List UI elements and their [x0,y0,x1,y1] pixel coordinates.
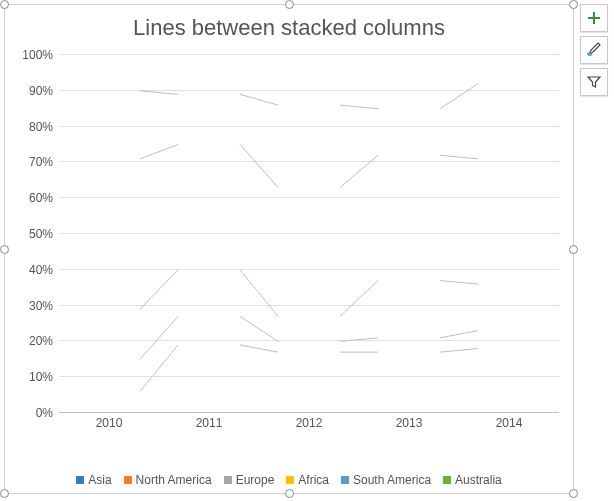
legend-swatch [443,476,451,484]
resize-handle-tr[interactable] [569,0,578,9]
legend-label: North America [136,473,212,487]
chart-float-buttons [580,4,608,96]
legend-swatch [341,476,349,484]
legend-label: Asia [88,473,111,487]
y-tick: 30% [15,299,53,313]
chart-filters-button[interactable] [580,68,608,96]
chart-title[interactable]: Lines between stacked columns [5,5,573,47]
y-tick: 10% [15,370,53,384]
legend-swatch [76,476,84,484]
legend-swatch [286,476,294,484]
legend-label: Africa [298,473,329,487]
plus-icon [586,10,602,26]
chart-object[interactable]: Lines between stacked columns 0%10%20%30… [4,4,574,494]
funnel-icon [586,74,602,90]
y-tick: 80% [15,120,53,134]
y-tick: 100% [15,48,53,62]
legend-item[interactable]: Africa [286,473,329,487]
y-axis: 0%10%20%30%40%50%60%70%80%90%100% [15,55,59,413]
x-tick: 2010 [59,413,159,433]
legend-label: South America [353,473,431,487]
y-tick: 70% [15,155,53,169]
chart-styles-button[interactable] [580,36,608,64]
resize-handle-tm[interactable] [285,0,294,9]
x-tick: 2011 [159,413,259,433]
x-tick: 2012 [259,413,359,433]
y-tick: 90% [15,84,53,98]
legend-label: Australia [455,473,502,487]
y-tick: 0% [15,406,53,420]
svg-point-20 [588,52,592,56]
legend-item[interactable]: Europe [224,473,275,487]
y-tick: 40% [15,263,53,277]
resize-handle-tl[interactable] [0,0,9,9]
resize-handle-br[interactable] [569,489,578,498]
y-tick: 20% [15,334,53,348]
legend-item[interactable]: Australia [443,473,502,487]
chart-elements-button[interactable] [580,4,608,32]
resize-handle-mr[interactable] [569,245,578,254]
y-tick: 60% [15,191,53,205]
x-axis: 20102011201220132014 [59,413,559,433]
x-tick: 2013 [359,413,459,433]
x-tick: 2014 [459,413,559,433]
paintbrush-icon [586,42,602,58]
legend-item[interactable]: Asia [76,473,111,487]
legend-swatch [224,476,232,484]
legend-item[interactable]: North America [124,473,212,487]
legend-label: Europe [236,473,275,487]
resize-handle-ml[interactable] [0,245,9,254]
resize-handle-bl[interactable] [0,489,9,498]
plot-area[interactable]: 0%10%20%30%40%50%60%70%80%90%100% 201020… [15,55,563,433]
resize-handle-bm[interactable] [285,489,294,498]
legend-swatch [124,476,132,484]
legend-item[interactable]: South America [341,473,431,487]
legend[interactable]: AsiaNorth AmericaEuropeAfricaSouth Ameri… [5,473,573,487]
y-tick: 50% [15,227,53,241]
